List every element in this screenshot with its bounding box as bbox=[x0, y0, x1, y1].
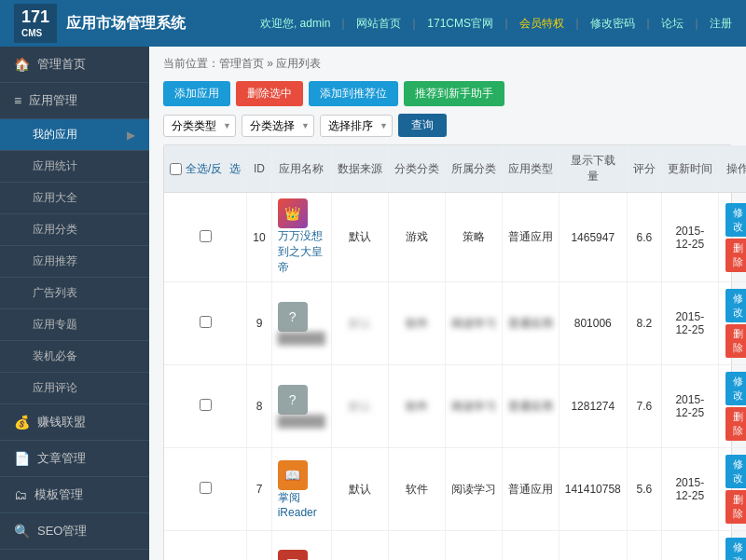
logo: 171 CMS bbox=[14, 4, 57, 43]
table-row: 10 👑 万万没想到之大皇帝 默认 游戏 策略 普通应用 1465947 6.6… bbox=[164, 193, 746, 282]
row-source: 默认 bbox=[331, 193, 388, 282]
edit-button[interactable]: 修改 bbox=[725, 372, 746, 405]
sidebar-item-seo[interactable]: 🔍 SEO管理 bbox=[0, 513, 149, 550]
header: 171 CMS 应用市场管理系统 欢迎您, admin ｜ 网站首页 ｜ 171… bbox=[0, 0, 746, 47]
row-checkbox bbox=[164, 448, 247, 531]
invert-select-link[interactable]: 选 bbox=[229, 161, 241, 177]
row-id: 6 bbox=[247, 531, 271, 561]
sidebar-item-app-recommend[interactable]: 应用推荐 bbox=[0, 246, 149, 278]
row-rating: 7.6 bbox=[627, 365, 661, 448]
category-select-wrap: 分类选择 策略 软件 bbox=[242, 115, 314, 137]
sidebar-item-article[interactable]: 📄 文章管理 bbox=[0, 441, 149, 477]
sidebar-item-plugin[interactable]: 🔌 插件管理 bbox=[0, 550, 149, 560]
sidebar-app-management-header[interactable]: ≡ 应用管理 bbox=[0, 83, 149, 119]
sidebar-template-label: 模板管理 bbox=[35, 486, 83, 503]
row-name[interactable]: 📖 掌阅iReader bbox=[271, 448, 331, 531]
row-name[interactable]: 👑 万万没想到之大皇帝 bbox=[271, 193, 331, 282]
th-action: 操作 bbox=[718, 145, 746, 193]
row-source: 默认 bbox=[331, 282, 388, 365]
row-source: 默认 bbox=[331, 448, 388, 531]
delete-selected-button[interactable]: 删除选中 bbox=[236, 81, 303, 106]
sidebar-item-app-essential[interactable]: 装机必备 bbox=[0, 341, 149, 373]
th-name: 应用名称 bbox=[271, 145, 331, 193]
sidebar-item-app-topic[interactable]: 应用专题 bbox=[0, 309, 149, 341]
arrow-icon: ▶ bbox=[127, 129, 135, 142]
breadcrumb: 当前位置：管理首页 » 应用列表 bbox=[163, 56, 732, 72]
delete-button[interactable]: 删除 bbox=[725, 239, 746, 272]
sidebar-item-app-all[interactable]: 应用大全 bbox=[0, 183, 149, 214]
table-row: 8 ? ██████ 默认 软件 阅读学习 普通应用 1281274 7.6 2… bbox=[164, 365, 746, 448]
delete-button[interactable]: 删除 bbox=[725, 490, 746, 524]
select-all-link[interactable]: 全选/反 bbox=[186, 161, 222, 177]
app-table: 全选/反选 ID 应用名称 数据来源 分类分类 所属分类 应用类型 显示下载量 … bbox=[164, 145, 746, 560]
row-subcategory: 软件 bbox=[388, 531, 445, 561]
header-welcome: 欢迎您, admin bbox=[260, 16, 330, 32]
table-row: 7 📖 掌阅iReader 默认 软件 阅读学习 普通应用 141410758 … bbox=[164, 448, 746, 531]
row-source: 默认 bbox=[331, 365, 388, 448]
sidebar-seo-label: SEO管理 bbox=[37, 523, 87, 540]
row-source: 默认 bbox=[331, 531, 388, 561]
row-checkbox bbox=[164, 282, 247, 365]
sidebar-item-template[interactable]: 🗂 模板管理 bbox=[0, 477, 149, 513]
row-type: 普通应用 bbox=[502, 282, 559, 365]
sidebar-item-my-apps[interactable]: 我的应用 ▶ bbox=[0, 119, 149, 151]
nav-vip[interactable]: 会员特权 bbox=[519, 16, 564, 32]
th-source: 数据来源 bbox=[331, 145, 388, 193]
row-category: 阅读学习 bbox=[445, 365, 502, 448]
toolbar: 添加应用 删除选中 添加到推荐位 推荐到新手助手 bbox=[163, 81, 732, 106]
money-icon: 💰 bbox=[14, 415, 30, 430]
app-table-container: 全选/反选 ID 应用名称 数据来源 分类分类 所属分类 应用类型 显示下载量 … bbox=[163, 144, 732, 560]
sidebar-item-app-stats[interactable]: 应用统计 bbox=[0, 151, 149, 183]
push-newcomer-button[interactable]: 推荐到新手助手 bbox=[404, 81, 504, 106]
sidebar: 🏠 管理首页 ≡ 应用管理 我的应用 ▶ 应用统计 应用大全 应用分类 bbox=[0, 47, 149, 560]
layout: 🏠 管理首页 ≡ 应用管理 我的应用 ▶ 应用统计 应用大全 应用分类 bbox=[0, 47, 746, 560]
row-downloads: 801006 bbox=[559, 282, 627, 365]
row-update: 2015-12-25 bbox=[661, 531, 718, 561]
sidebar-item-app-category[interactable]: 应用分类 bbox=[0, 214, 149, 246]
edit-button[interactable]: 修改 bbox=[725, 455, 746, 488]
row-name[interactable]: 网 网易新闻 bbox=[271, 531, 331, 561]
sidebar-item-affiliate[interactable]: 💰 赚钱联盟 bbox=[0, 404, 149, 441]
sort-select[interactable]: 选择排序 下载量 评分 更新时间 bbox=[320, 115, 393, 137]
row-id: 10 bbox=[247, 193, 271, 282]
row-downloads: 62532869 bbox=[559, 531, 627, 561]
row-category: 阅读学习 bbox=[445, 282, 502, 365]
sidebar-item-home[interactable]: 🏠 管理首页 bbox=[0, 47, 149, 83]
th-select: 全选/反选 bbox=[164, 145, 247, 193]
row-actions: 修改 删除 bbox=[718, 193, 746, 282]
header-nav: 欢迎您, admin ｜ 网站首页 ｜ 171CMS官网 ｜ 会员特权 ｜ 修改… bbox=[260, 16, 732, 32]
nav-change-password[interactable]: 修改密码 bbox=[590, 16, 635, 32]
sidebar-home-label: 管理首页 bbox=[37, 56, 86, 73]
category-select[interactable]: 分类选择 策略 软件 bbox=[242, 115, 314, 137]
add-recommend-button[interactable]: 添加到推荐位 bbox=[309, 81, 398, 106]
row-rating: 8.2 bbox=[627, 282, 661, 365]
th-downloads: 显示下载量 bbox=[559, 145, 627, 193]
row-type: 普通应用 bbox=[502, 365, 559, 448]
row-id: 8 bbox=[247, 365, 271, 448]
sidebar-item-ad-list[interactable]: 广告列表 bbox=[0, 278, 149, 309]
nav-171cms[interactable]: 171CMS官网 bbox=[427, 16, 493, 32]
nav-forum[interactable]: 论坛 bbox=[661, 16, 684, 32]
add-app-button[interactable]: 添加应用 bbox=[163, 81, 230, 106]
check-all-checkbox[interactable] bbox=[170, 163, 182, 175]
row-category: 策略 bbox=[445, 193, 502, 282]
edit-button[interactable]: 修改 bbox=[725, 289, 746, 322]
delete-button[interactable]: 删除 bbox=[725, 407, 746, 441]
table-row: 9 ? ██████ 默认 软件 阅读学习 普通应用 801006 8.2 20… bbox=[164, 282, 746, 365]
edit-button[interactable]: 修改 bbox=[725, 538, 746, 560]
sidebar-group-home: 🏠 管理首页 bbox=[0, 47, 149, 83]
category-type-select[interactable]: 分类类型 游戏 软件 bbox=[163, 115, 236, 137]
row-id: 9 bbox=[247, 282, 271, 365]
edit-button[interactable]: 修改 bbox=[725, 203, 746, 237]
search-button[interactable]: 查询 bbox=[398, 114, 447, 137]
row-subcategory: 软件 bbox=[388, 448, 445, 531]
nav-register[interactable]: 注册 bbox=[710, 16, 732, 32]
nav-home[interactable]: 网站首页 bbox=[356, 16, 401, 32]
row-checkbox bbox=[164, 365, 247, 448]
th-update: 更新时间 bbox=[661, 145, 718, 193]
main-content: 当前位置：管理首页 » 应用列表 添加应用 删除选中 添加到推荐位 推荐到新手助… bbox=[149, 47, 746, 560]
delete-button[interactable]: 删除 bbox=[725, 324, 746, 358]
row-category: 阅读学习 bbox=[445, 448, 502, 531]
row-rating: 6.8 bbox=[627, 531, 661, 561]
sidebar-item-app-comment[interactable]: 应用评论 bbox=[0, 373, 149, 404]
